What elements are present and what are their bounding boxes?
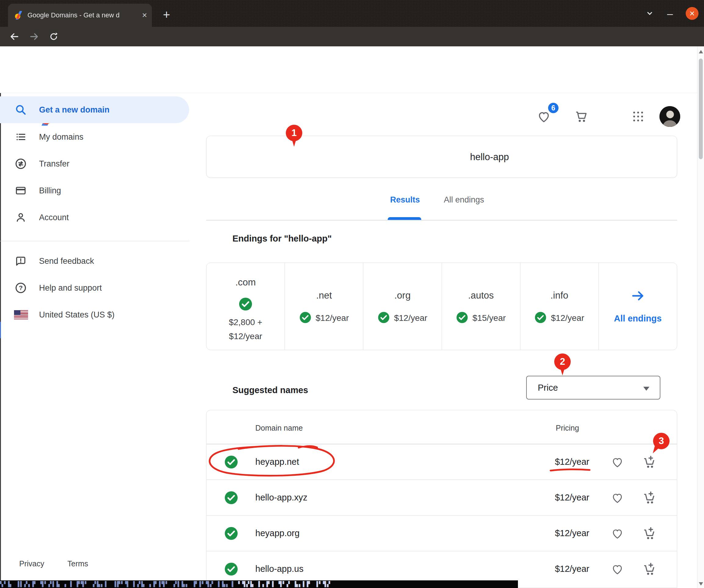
favorite-heart-button[interactable] — [611, 563, 624, 577]
help-icon: ? — [15, 282, 27, 294]
table-row-heyapp-org[interactable]: heyapp.org $12/year — [207, 515, 677, 551]
favorite-heart-button[interactable] — [611, 491, 624, 505]
ending-card-info[interactable]: .info $12/year — [520, 263, 599, 350]
favorite-heart-button[interactable] — [611, 456, 624, 470]
tab-all-endings[interactable]: All endings — [444, 195, 484, 204]
domain-name: hello-app.us — [255, 564, 303, 574]
sidebar-item-label: Billing — [39, 186, 61, 195]
garbled-text: ▘▜▞▙ ▌▖▛▐ ▜▘▞ ▙▖▌▛ ▐▘▜▞ — [238, 581, 331, 587]
available-check-icon — [224, 562, 238, 577]
table-header: Domain name Pricing — [207, 410, 677, 444]
sidebar-item-get-a-new-domain[interactable]: Get a new domain — [0, 96, 189, 123]
domain-search-box[interactable]: hello-app — [206, 136, 677, 178]
available-check-icon — [239, 297, 252, 312]
svg-text:?: ? — [19, 284, 23, 291]
add-to-cart-button[interactable] — [643, 526, 657, 542]
terms-link[interactable]: Terms — [67, 559, 88, 568]
window-controls: – × — [645, 0, 699, 27]
reload-button[interactable] — [46, 29, 62, 45]
endings-heading: Endings for "hello-app" — [232, 234, 332, 244]
sidebar-item-label: Get a new domain — [39, 105, 110, 115]
domain-price: $12/year — [555, 492, 589, 503]
tld-price: $2,800 +$12/year — [229, 315, 262, 343]
person-icon — [15, 211, 27, 224]
tld-label: .autos — [468, 290, 493, 301]
annotation-circle-heyapp-net — [202, 443, 346, 479]
sidebar-item-label: Transfer — [39, 159, 69, 169]
sidebar-item-account[interactable]: Account — [0, 204, 189, 231]
active-tab-indicator — [388, 217, 421, 220]
sidebar-item-label: United States (US $) — [39, 310, 115, 319]
available-check-icon — [456, 311, 468, 325]
sidebar-item-label: Help and support — [39, 283, 102, 293]
scroll-down-arrow-icon[interactable] — [699, 582, 703, 586]
ending-card-org[interactable]: .org $12/year — [363, 263, 442, 350]
column-pricing: Pricing — [556, 424, 579, 432]
endings-cards: .com $2,800 +$12/year .net $12/year .org… — [206, 262, 677, 350]
account-avatar[interactable] — [659, 106, 680, 127]
browser-window: Google Domains - Get a new d × + – × — [0, 0, 704, 588]
add-to-cart-button[interactable] — [643, 491, 657, 506]
sort-dropdown-value: Price — [538, 383, 558, 393]
us-flag-icon — [14, 310, 28, 319]
tab-results[interactable]: Results — [390, 195, 420, 204]
app-header: Google Domains 6 — [0, 46, 704, 93]
tab-close-icon[interactable]: × — [142, 11, 147, 19]
sort-dropdown[interactable]: Price — [526, 376, 660, 400]
search-input-value[interactable]: hello-app — [470, 136, 509, 178]
tld-label: .com — [235, 277, 255, 288]
table-row-hello-app-xyz[interactable]: hello-app.xyz $12/year — [207, 480, 677, 515]
window-minimize-icon[interactable]: – — [667, 10, 673, 16]
annotation-step-2: 2 — [554, 353, 571, 370]
forward-button[interactable] — [26, 29, 42, 45]
available-check-icon — [377, 311, 390, 325]
sidebar-item-region-currency[interactable]: United States (US $) — [0, 301, 189, 328]
google-apps-grid-icon[interactable] — [633, 112, 643, 121]
add-to-cart-button[interactable] — [643, 562, 657, 577]
window-menu-chevron-icon[interactable] — [645, 9, 654, 18]
all-endings-link[interactable]: All endings — [614, 313, 662, 324]
add-to-cart-button[interactable] — [643, 455, 657, 470]
page-scrollbar[interactable] — [697, 46, 704, 588]
annotation-step-3: 3 — [653, 433, 669, 449]
tld-price: $12/year — [394, 313, 427, 323]
feedback-icon — [15, 255, 27, 267]
domain-price: $12/year — [555, 564, 589, 574]
chevron-down-icon — [643, 387, 649, 391]
ending-card-net[interactable]: .net $12/year — [285, 263, 363, 350]
favorites-count-badge: 6 — [547, 102, 560, 114]
garbled-text-strip: ▚▘▙ ▐▌▞▖▛ ▜▘▞▌▙ ▖▐ ▛▜▘ ▞▙▖▌ ▐▛▘▜ ▌▞▙ ▖▛▐… — [0, 580, 518, 588]
tld-label: .net — [316, 290, 332, 301]
scroll-up-arrow-icon[interactable] — [699, 50, 703, 53]
window-close-button[interactable]: × — [686, 7, 699, 20]
all-endings-card[interactable]: All endings — [599, 263, 677, 350]
favorite-heart-button[interactable] — [611, 527, 624, 541]
available-check-icon — [224, 526, 238, 542]
sidebar-item-send-feedback[interactable]: Send feedback — [0, 248, 189, 275]
sidebar-item-billing[interactable]: Billing — [0, 177, 189, 204]
new-tab-button[interactable]: + — [159, 7, 174, 22]
browser-tab[interactable]: Google Domains - Get a new d × — [8, 4, 152, 27]
ending-card-autos[interactable]: .autos $15/year — [442, 263, 520, 350]
back-button[interactable] — [6, 29, 22, 45]
scrollbar-thumb[interactable] — [699, 59, 703, 159]
browser-toolbar: domains.google.com/registrar/search?sear… — [0, 27, 704, 46]
sidebar-item-label: My domains — [39, 132, 83, 142]
annotation-step-1: 1 — [286, 125, 302, 141]
sidebar-item-help-and-support[interactable]: ? Help and support — [0, 275, 189, 301]
googledomains-favicon — [15, 11, 23, 19]
column-domain-name: Domain name — [255, 424, 303, 432]
tabs-divider — [206, 220, 677, 221]
privacy-link[interactable]: Privacy — [19, 559, 44, 568]
available-check-icon — [534, 311, 547, 325]
sidebar-divider — [0, 241, 189, 241]
cart-button[interactable] — [574, 109, 588, 124]
sidebar-item-transfer[interactable]: Transfer — [0, 151, 189, 177]
domain-price: $12/year — [555, 528, 589, 538]
suggestions-table: Domain name Pricing heyapp.net $12/year … — [206, 410, 677, 588]
card-icon — [15, 184, 27, 197]
domain-name: hello-app.xyz — [255, 492, 307, 503]
ending-card-com[interactable]: .com $2,800 +$12/year — [207, 263, 285, 350]
sidebar-item-my-domains[interactable]: My domains — [0, 123, 189, 151]
sidebar-item-label: Send feedback — [39, 256, 94, 266]
